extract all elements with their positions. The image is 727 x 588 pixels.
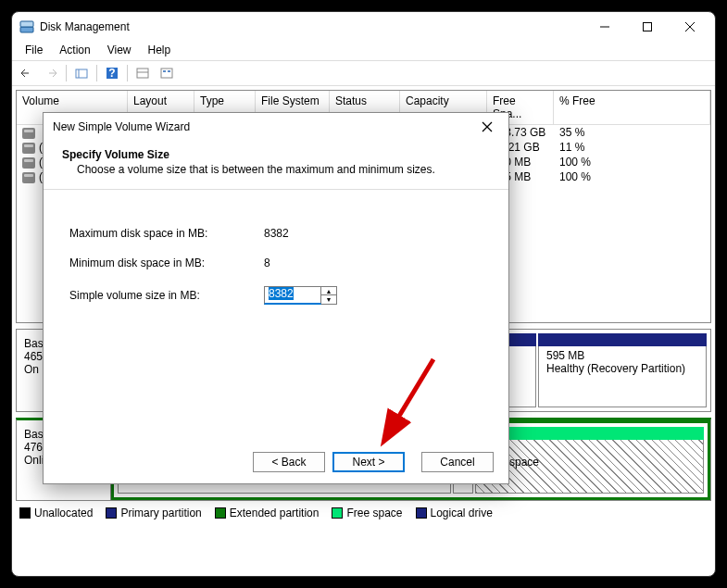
min-space-value: 8 bbox=[264, 256, 270, 269]
next-button[interactable]: Next > bbox=[332, 452, 405, 472]
swatch-logical bbox=[416, 507, 427, 519]
window-title: Disk Management bbox=[40, 20, 583, 33]
volume-size-label: Simple volume size in MB: bbox=[69, 289, 264, 302]
svg-text:?: ? bbox=[108, 67, 115, 80]
swatch-free bbox=[332, 507, 343, 519]
menu-help[interactable]: Help bbox=[141, 42, 179, 60]
toolbar-icon-1[interactable] bbox=[70, 63, 93, 83]
disk-management-window: Disk Management File Action View Help ? … bbox=[11, 11, 716, 577]
menu-action[interactable]: Action bbox=[52, 42, 97, 60]
wizard-header: Specify Volume Size Choose a volume size… bbox=[44, 141, 508, 190]
legend: Unallocated Primary partition Extended p… bbox=[16, 501, 711, 525]
svg-rect-14 bbox=[168, 70, 170, 72]
svg-rect-0 bbox=[20, 27, 33, 32]
menu-view[interactable]: View bbox=[100, 42, 139, 60]
svg-rect-1 bbox=[20, 21, 33, 27]
menu-file[interactable]: File bbox=[18, 42, 50, 60]
close-button[interactable] bbox=[669, 12, 711, 42]
svg-rect-10 bbox=[137, 69, 148, 78]
disk-icon bbox=[22, 128, 35, 139]
disk-icon bbox=[22, 143, 35, 154]
titlebar: Disk Management bbox=[12, 12, 715, 42]
wizard-close-button[interactable] bbox=[475, 115, 499, 139]
new-simple-volume-wizard: New Simple Volume Wizard Specify Volume … bbox=[43, 112, 509, 484]
volume-size-input[interactable]: 8382 bbox=[264, 286, 321, 305]
help-button[interactable]: ? bbox=[101, 63, 123, 83]
maximize-button[interactable] bbox=[626, 12, 669, 42]
max-space-label: Maximum disk space in MB: bbox=[69, 227, 264, 240]
toolbar: ? bbox=[12, 60, 715, 86]
free-space-partition[interactable]: Free space bbox=[475, 427, 704, 494]
swatch-extended bbox=[215, 507, 226, 519]
svg-rect-3 bbox=[644, 23, 652, 31]
back-button[interactable]: < Back bbox=[253, 452, 325, 472]
spinner-down-button[interactable]: ▼ bbox=[321, 295, 336, 304]
spinner-up-button[interactable]: ▲ bbox=[321, 287, 336, 295]
volume-size-spinner: 8382 ▲ ▼ bbox=[264, 286, 337, 305]
min-space-label: Minimum disk space in MB: bbox=[69, 256, 264, 269]
toolbar-icon-3[interactable] bbox=[156, 63, 178, 83]
recovery-partition[interactable]: 595 MB Healthy (Recovery Partition) bbox=[538, 333, 707, 407]
svg-rect-6 bbox=[76, 69, 87, 78]
svg-rect-13 bbox=[163, 70, 166, 72]
toolbar-icon-2[interactable] bbox=[132, 63, 154, 83]
wizard-heading: Specify Volume Size bbox=[62, 148, 490, 161]
col-pctfree[interactable]: % Free bbox=[554, 91, 710, 124]
wizard-title-text: New Simple Volume Wizard bbox=[53, 120, 475, 133]
max-space-value: 8382 bbox=[264, 227, 289, 240]
wizard-footer: < Back Next > Cancel bbox=[253, 452, 494, 472]
app-icon bbox=[19, 19, 34, 34]
svg-rect-12 bbox=[161, 69, 172, 78]
disk-icon bbox=[22, 157, 35, 169]
forward-button[interactable] bbox=[40, 63, 62, 83]
swatch-unallocated bbox=[19, 507, 31, 519]
wizard-subheading: Choose a volume size that is between the… bbox=[77, 163, 490, 176]
wizard-body: Maximum disk space in MB: 8382 Minimum d… bbox=[44, 190, 508, 358]
back-button[interactable] bbox=[16, 63, 38, 83]
cancel-button[interactable]: Cancel bbox=[421, 452, 494, 472]
swatch-primary bbox=[106, 507, 117, 519]
disk-icon bbox=[22, 172, 35, 183]
wizard-titlebar: New Simple Volume Wizard bbox=[44, 113, 508, 141]
menubar: File Action View Help bbox=[12, 42, 715, 60]
minimize-button[interactable] bbox=[583, 12, 626, 42]
